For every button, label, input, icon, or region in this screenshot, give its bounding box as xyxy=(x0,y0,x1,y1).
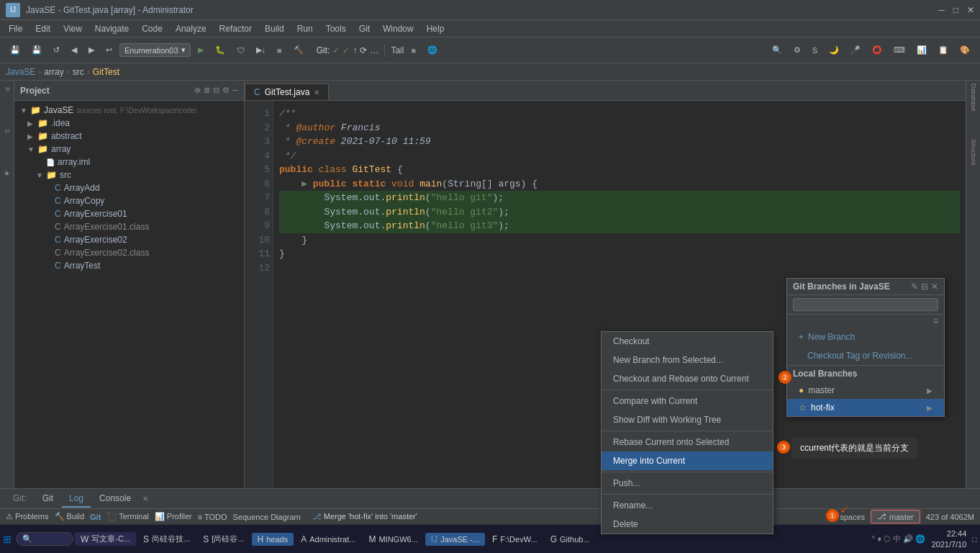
menu-code[interactable]: Code xyxy=(136,22,168,35)
tree-arraycopy[interactable]: C ArrayCopy xyxy=(14,194,244,207)
tree-array-iml[interactable]: 📄 array.iml xyxy=(14,156,244,168)
cm-new-branch-selected[interactable]: New Branch from Selected... xyxy=(602,351,773,369)
toolbar-coverage[interactable]: 🛡 xyxy=(232,45,249,56)
gb-filter-icon[interactable]: ≡ xyxy=(933,316,938,326)
cm-push[interactable]: Push... xyxy=(602,474,773,493)
toolbar-more-run[interactable]: ▶↓ xyxy=(252,44,271,56)
maximize-button[interactable]: □ xyxy=(953,5,958,15)
tree-idea[interactable]: ▶ 📁 .idea xyxy=(14,117,244,130)
cm-checkout[interactable]: Checkout xyxy=(602,332,773,351)
terminal-tab[interactable]: ⬛ Terminal xyxy=(106,512,148,521)
editor-tab-gittest[interactable]: C GitTest.java ✕ xyxy=(245,84,329,100)
expand-all-icon[interactable]: ≣ xyxy=(204,86,210,95)
seq-diag-tab[interactable]: Sequence Diagram xyxy=(233,513,301,521)
profiler-tab[interactable]: 📊 Profiler xyxy=(155,512,192,521)
menu-build[interactable]: Build xyxy=(259,22,290,35)
add-icon[interactable]: ⊕ xyxy=(194,86,201,95)
toolbar-back[interactable]: ◀ xyxy=(67,44,81,56)
cm-rebase[interactable]: Rebase Current onto Selected xyxy=(602,433,773,451)
minimize-panel-icon[interactable]: ─ xyxy=(232,86,238,95)
tab-close-icon[interactable]: ✕ xyxy=(314,89,319,96)
toolbar-icon1[interactable]: ■ xyxy=(407,45,420,56)
toolbar-plugin2[interactable]: 🌙 xyxy=(825,44,843,56)
run-config-dropdown[interactable]: Enumeration03 ▾ xyxy=(119,43,191,57)
task-btn-devw[interactable]: F F:\DevW... xyxy=(486,533,543,546)
toolbar-plugin3[interactable]: 🎤 xyxy=(846,44,865,56)
settings-icon[interactable]: ⚙ xyxy=(789,44,805,56)
menu-window[interactable]: Window xyxy=(377,22,419,35)
toolbar-debug[interactable]: 🐛 xyxy=(211,44,230,56)
git-push-icon[interactable]: ↑ xyxy=(353,45,357,55)
git-pull-icon[interactable]: ⟳ xyxy=(360,45,367,55)
menu-edit[interactable]: Edit xyxy=(30,22,56,35)
problems-tab[interactable]: ⚠ Problems xyxy=(6,512,49,521)
build-tab[interactable]: 🔨 Build xyxy=(55,512,85,521)
task-btn-heads[interactable]: H heads xyxy=(252,533,294,546)
menu-file[interactable]: File xyxy=(3,22,28,35)
toolbar-plugins[interactable]: S xyxy=(808,45,822,56)
tree-root[interactable]: ▼ 📁 JavaSE sources root, F:\DevWorkspace… xyxy=(14,104,244,117)
tree-src[interactable]: ▼ 📁 src xyxy=(14,168,244,181)
task-btn-shanggui2[interactable]: S [尚硅谷... xyxy=(197,532,250,546)
bc-gittest[interactable]: GitTest xyxy=(93,67,119,77)
btab-close[interactable]: ✕ xyxy=(142,495,148,503)
gb-master-branch[interactable]: ● master ▶ xyxy=(787,382,944,399)
toolbar-plugin4[interactable]: ⭕ xyxy=(868,44,886,56)
bc-array[interactable]: array xyxy=(44,67,63,77)
todo-tab[interactable]: ≡ TODO xyxy=(198,513,227,521)
cm-show-diff[interactable]: Show Diff with Working Tree xyxy=(602,410,773,429)
tree-arrayex01class[interactable]: C ArrayExercise01.class xyxy=(14,220,244,233)
taskbar-search[interactable]: 🔍 xyxy=(16,532,73,546)
toolbar-plugin6[interactable]: 📊 xyxy=(912,44,931,56)
left-icon-structure[interactable]: S xyxy=(1,125,13,137)
cm-delete[interactable]: Delete xyxy=(602,515,773,534)
git-tab-bottom[interactable]: Git xyxy=(90,513,101,521)
menu-analyze[interactable]: Analyze xyxy=(170,22,212,35)
menu-help[interactable]: Help xyxy=(421,22,450,35)
toolbar-build[interactable]: 🔨 xyxy=(289,44,308,56)
database-tab[interactable]: Database xyxy=(967,81,980,114)
toolbar-translate[interactable]: 🌐 xyxy=(423,44,442,56)
toolbar-plugin7[interactable]: 📋 xyxy=(934,44,953,56)
task-btn-wenzhang[interactable]: W 写文章-C... xyxy=(75,532,136,546)
bc-src[interactable]: src xyxy=(73,67,84,77)
tree-arrayex02class[interactable]: C ArrayExercise02.class xyxy=(14,246,244,259)
task-btn-mingw[interactable]: M MINGW6... xyxy=(363,533,423,546)
toolbar-save2[interactable]: 💾 xyxy=(27,44,46,56)
menu-git[interactable]: Git xyxy=(353,22,376,35)
toolbar-stop[interactable]: ■ xyxy=(273,45,286,56)
git-more[interactable]: … xyxy=(370,45,378,55)
task-btn-shanggui[interactable]: S 尚硅谷技... xyxy=(137,532,196,546)
toolbar-forward[interactable]: ▶ xyxy=(84,44,99,56)
bc-javase[interactable]: JavaSE xyxy=(6,67,35,77)
tree-arrayex01[interactable]: C ArrayExercise01 xyxy=(14,207,244,220)
btab-console[interactable]: Console xyxy=(92,490,138,508)
left-icon-favorites[interactable]: ★ xyxy=(1,167,13,179)
windows-start-icon[interactable]: ⊞ xyxy=(3,534,12,545)
minimize-button[interactable]: ─ xyxy=(938,5,945,15)
toolbar-plugin5[interactable]: ⌨ xyxy=(889,44,909,56)
cm-compare-current[interactable]: Compare with Current xyxy=(602,392,773,410)
menu-navigate[interactable]: Navigate xyxy=(89,22,135,35)
gb-search-input[interactable] xyxy=(793,298,938,311)
tree-arrayadd[interactable]: C ArrayAdd xyxy=(14,181,244,194)
tree-arraytest[interactable]: C ArrayTest xyxy=(14,259,244,272)
toolbar-plugin8[interactable]: 🎨 xyxy=(956,44,974,56)
tree-abstract[interactable]: ▶ 📁 abstract xyxy=(14,130,244,143)
branch-badge[interactable]: ⎇ master xyxy=(871,510,920,523)
menu-refactor[interactable]: Refactor xyxy=(214,22,258,35)
tree-array[interactable]: ▼ 📁 array xyxy=(14,143,244,156)
collapse-all-icon[interactable]: ⊟ xyxy=(213,86,219,95)
notification-icon[interactable]: □ xyxy=(972,535,977,544)
gb-expand-icon[interactable]: ⊟ xyxy=(921,282,928,292)
gb-edit-icon[interactable]: ✎ xyxy=(911,282,918,292)
left-icon-project[interactable]: P xyxy=(1,84,13,95)
gb-checkout-tag[interactable]: Checkout Tag or Revision... xyxy=(787,346,944,365)
cm-checkout-rebase[interactable]: Checkout and Rebase onto Current xyxy=(602,369,773,388)
gb-close-icon[interactable]: ✕ xyxy=(931,282,938,292)
cm-merge[interactable]: Merge into Current xyxy=(602,451,773,470)
task-btn-javase[interactable]: IJ JavaSE -... xyxy=(425,533,485,546)
toolbar-save[interactable]: 💾 xyxy=(6,44,24,56)
gb-hotfix-branch[interactable]: ☆ hot-fix ▶ xyxy=(787,399,944,416)
task-btn-admin[interactable]: A Administrat... xyxy=(295,533,361,546)
